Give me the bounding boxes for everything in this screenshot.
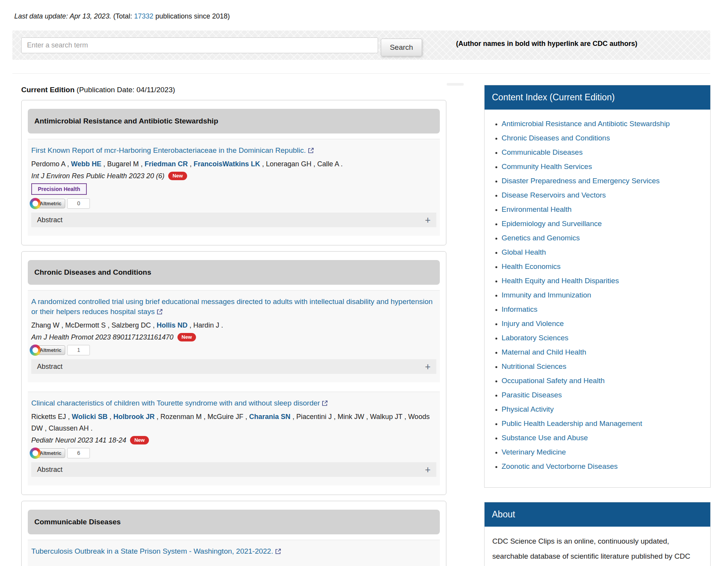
content-index-link[interactable]: Zoonotic and Vectorborne Diseases [502, 462, 704, 471]
search-button[interactable]: Search [381, 39, 422, 56]
expand-plus-icon[interactable]: + [425, 466, 431, 473]
altmetric-row: Altmetric 1 [31, 345, 436, 355]
divider [12, 73, 710, 74]
total-prefix: (Total: [111, 12, 134, 20]
edition-title: Current Edition [21, 86, 74, 94]
article-card: Tuberculosis Outbreak in a State Prison … [28, 540, 440, 566]
content-index-header: Content Index (Current Edition) [485, 85, 710, 110]
author-name[interactable]: FrancoisWatkins LK [194, 160, 260, 168]
content-index-link[interactable]: Physical Activity [502, 405, 704, 414]
altmetric-donut-icon [30, 198, 41, 209]
search-input[interactable] [21, 37, 378, 53]
altmetric-score: 6 [67, 448, 90, 458]
abstract-toggle[interactable]: Abstract + [31, 359, 436, 374]
journal-citation: Pediatr Neurol 2023 141 18-24 [31, 436, 126, 444]
altmetric-row: Altmetric 6 [31, 448, 436, 458]
content-index-link[interactable]: Injury and Violence [502, 319, 704, 328]
journal-line: Int J Environ Res Public Health 2023 20 … [31, 172, 436, 180]
edition-subtitle: (Publication Date: 04/11/2023) [74, 86, 175, 94]
author-name: , [108, 413, 113, 421]
author-name: , Rozenman M , McGuire JF , [155, 413, 249, 421]
total-publications-link[interactable]: 17332 [134, 12, 154, 20]
new-badge: New [168, 172, 187, 180]
section-panel-communicable: Communicable Diseases Tuberculosis Outbr… [21, 501, 446, 566]
content-index-link[interactable]: Maternal and Child Health [502, 348, 704, 356]
author-name[interactable]: Friedman CR [145, 160, 188, 168]
altmetric-row: Altmetric 0 [31, 198, 436, 209]
journal-citation: Am J Health Promot 2023 8901171231161470 [31, 333, 174, 341]
author-name: , [188, 160, 194, 168]
content-index-link[interactable]: Laboratory Sciences [502, 334, 704, 342]
content-index-link[interactable]: Nutritional Sciences [502, 362, 704, 371]
altmetric-donut-icon [30, 448, 41, 459]
content-index-link[interactable]: Substance Use and Abuse [502, 434, 704, 442]
content-index-link[interactable]: Health Economics [502, 262, 704, 271]
content-index-link[interactable]: Environmental Health [502, 205, 704, 214]
article-title-text[interactable]: Clinical characteristics of children wit… [31, 399, 320, 407]
article-card: A randomized controlled trial using brie… [28, 290, 440, 382]
external-link-icon[interactable] [308, 146, 314, 156]
article-title-text[interactable]: Tuberculosis Outbreak in a State Prison … [31, 547, 273, 555]
author-name[interactable]: Hollis ND [157, 321, 187, 329]
altmetric-score: 1 [67, 345, 90, 355]
content-index-link[interactable]: Chronic Diseases and Conditions [502, 134, 704, 142]
main-column: Current Edition (Publication Date: 04/11… [21, 86, 446, 566]
content-index-link[interactable]: Health Equity and Health Disparities [502, 277, 704, 285]
section-header: Communicable Diseases [28, 510, 440, 534]
sidebar: Content Index (Current Edition) Antimicr… [484, 85, 711, 566]
abstract-toggle[interactable]: Abstract + [31, 213, 436, 227]
abstract-label: Abstract [37, 363, 62, 371]
altmetric-label: Altmetric [40, 201, 61, 206]
author-name[interactable]: Holbrook JR [113, 413, 155, 421]
content-index-link[interactable]: Public Health Leadership and Management [502, 419, 704, 428]
total-suffix: publications since 2018) [154, 12, 230, 20]
section-header: Antimicrobial Resistance and Antibiotic … [28, 109, 440, 133]
content-index-link[interactable]: Antimicrobial Resistance and Antibiotic … [502, 120, 704, 128]
content-index-link[interactable]: Occupational Safety and Health [502, 377, 704, 385]
content-index-link[interactable]: Community Health Services [502, 162, 704, 171]
search-bar-container: Search (Author names in bold with hyperl… [12, 30, 710, 60]
content-index-link[interactable]: Global Health [502, 248, 704, 257]
page: Last data update: Apr 13, 2023. (Total: … [0, 0, 728, 566]
article-card: First Known Report of mcr-Harboring Ente… [28, 139, 440, 236]
topic-badge[interactable]: Precision Health [31, 183, 87, 195]
article-title-link[interactable]: Tuberculosis Outbreak in a State Prison … [31, 546, 436, 557]
content-index-link[interactable]: Disaster Preparedness and Emergency Serv… [502, 177, 704, 185]
article-title-text[interactable]: A randomized controlled trial using brie… [31, 297, 432, 316]
section-header: Chronic Diseases and Conditions [28, 260, 440, 285]
new-badge: New [177, 333, 196, 341]
article-card: Clinical characteristics of children wit… [28, 392, 440, 485]
author-line: Perdomo A , Webb HE , Bugarel M , Friedm… [31, 158, 436, 170]
article-title-link[interactable]: A randomized controlled trial using brie… [31, 297, 436, 317]
external-link-icon[interactable] [322, 399, 328, 409]
content-index-link[interactable]: Immunity and Immunization [502, 291, 704, 299]
external-link-icon[interactable] [275, 547, 281, 557]
article-title-text[interactable]: First Known Report of mcr-Harboring Ente… [31, 146, 306, 154]
content-index-link[interactable]: Informatics [502, 305, 704, 314]
expand-plus-icon[interactable]: + [425, 363, 431, 370]
content-index-link[interactable]: Disease Reservoirs and Vectors [502, 191, 704, 199]
content-index-link[interactable]: Communicable Diseases [502, 148, 704, 157]
author-name[interactable]: Charania SN [249, 413, 291, 421]
author-name: , Bugarel M , [101, 160, 145, 168]
altmetric-label: Altmetric [40, 450, 61, 456]
content-index-link[interactable]: Genetics and Genomics [502, 234, 704, 242]
article-title-link[interactable]: Clinical characteristics of children wit… [31, 398, 436, 409]
author-name[interactable]: Webb HE [71, 160, 101, 168]
abstract-toggle[interactable]: Abstract + [31, 462, 436, 477]
article-title-link[interactable]: First Known Report of mcr-Harboring Ente… [31, 145, 436, 156]
altmetric-donut-icon [30, 345, 41, 356]
abstract-label: Abstract [37, 466, 62, 474]
content-index-link[interactable]: Veterinary Medicine [502, 448, 704, 456]
content-index-link[interactable]: Parasitic Diseases [502, 391, 704, 399]
author-name: , Loneragan GH , Calle A . [260, 160, 343, 168]
journal-line: Pediatr Neurol 2023 141 18-24New [31, 436, 436, 444]
content-index-link[interactable]: Epidemiology and Surveillance [502, 220, 704, 228]
altmetric-badge[interactable]: Altmetric [31, 448, 65, 458]
expand-plus-icon[interactable]: + [425, 216, 431, 224]
external-link-icon[interactable] [157, 307, 162, 317]
altmetric-badge[interactable]: Altmetric [31, 199, 65, 208]
about-text: CDC Science Clips is an online, continuo… [485, 527, 710, 566]
altmetric-badge[interactable]: Altmetric [31, 345, 65, 355]
author-name[interactable]: Wolicki SB [72, 413, 108, 421]
